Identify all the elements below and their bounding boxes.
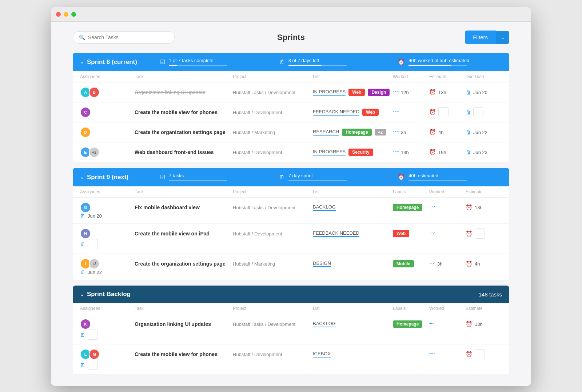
project-name: Hubstaff / Marketing (233, 261, 313, 267)
backlog-table-header: Assignees Task Project List Labels Worke… (73, 303, 509, 314)
wave-icon: 〰 (429, 230, 435, 237)
wave-icon: 〰 (393, 109, 399, 116)
project-name: Hubstaff / Development (233, 352, 313, 357)
calendar-icon: 🗓 (279, 59, 285, 65)
assignees-cell: K (80, 319, 135, 330)
worked-cell: 〰 3h (393, 129, 429, 136)
sprint8-bar2 (288, 65, 347, 66)
project-name: Hubstaff / Marketing (233, 130, 313, 135)
list-name: RESEARCH (313, 129, 339, 136)
backlog-chevron[interactable]: ⌄ (80, 292, 84, 297)
estimate-value: 4h (475, 261, 480, 267)
assignees-cell: I +3 (80, 258, 135, 269)
backlog-header: ⌄ Sprint Backlog 148 tasks (73, 286, 509, 303)
calendar-icon: 🗓 (80, 241, 85, 247)
sprint8-bar2-fill (288, 65, 322, 66)
filters-area: Filters ⌄ (465, 31, 509, 44)
project-name: Hubstaff Tasks / Development (233, 205, 313, 210)
label-tag[interactable]: Web (393, 230, 409, 237)
calendar-icon: 🗓 (466, 129, 471, 136)
avatar: C (80, 107, 91, 118)
labels-cell: Mobile (393, 260, 429, 267)
list-name: IN PROGRESS (313, 149, 346, 155)
task-name[interactable]: Create the organization settings page (135, 261, 233, 267)
backlog-table: Assignees Task Project List Labels Worke… (73, 303, 509, 374)
estimate-value: 4h (438, 130, 443, 135)
search-box[interactable]: 🔍 (73, 31, 175, 44)
empty-estimate (438, 107, 449, 117)
sprint9-chevron[interactable]: ⌄ (80, 174, 84, 180)
estimate-cell: ⏰ 13h (466, 204, 502, 211)
sprint8-chevron[interactable]: ⌄ (80, 59, 84, 65)
task-name[interactable]: Organization linking UI updates (135, 321, 233, 327)
task-name[interactable]: Organization linking UI updates (135, 89, 233, 95)
list-cell: DESIGN (313, 260, 393, 267)
task-name[interactable]: Create the organization settings page (135, 129, 233, 135)
due-cell: 🗓 (80, 330, 135, 340)
clock-icon: ⏰ (429, 89, 436, 96)
wave-icon: 〰 (429, 260, 435, 267)
labels-cell: Homepage (393, 320, 429, 328)
estimate-cell: ⏰ (466, 229, 502, 239)
empty-due (88, 330, 98, 340)
wave-icon: 〰 (393, 129, 399, 136)
sprint8-header: ⌄ Sprint 8 (current) ☑ 1 of 7 tasks comp… (73, 53, 509, 71)
worked-cell: 〰 (429, 204, 466, 211)
labels-cell: Web (393, 230, 429, 237)
list-name: DESIGN (313, 260, 331, 267)
due-value: Jun 22 (473, 130, 487, 135)
list-name: FEEDBACK NEEDED (313, 109, 359, 116)
task-name[interactable]: Create the mobile view for phones (135, 109, 233, 115)
avatar: D (80, 127, 91, 138)
label-tag[interactable]: +2 (375, 129, 387, 136)
clock-icon: ⏰ (429, 109, 436, 116)
list-name: ICEBOX (313, 351, 331, 357)
minimize-button[interactable] (64, 12, 68, 17)
filters-chevron-button[interactable]: ⌄ (496, 31, 509, 44)
label-tag[interactable]: Security (348, 149, 373, 156)
list-cell: IN PROGRESS Security (313, 149, 393, 156)
backlog-title: ⌄ Sprint Backlog (80, 291, 146, 298)
due-value: Jun 22 (88, 270, 102, 275)
task-name[interactable]: Web dashboard front-end issues (135, 149, 233, 155)
label-tag[interactable]: Design (368, 89, 390, 96)
list-name: IN PROGRESS (313, 89, 346, 96)
list-name: BACKLOG (313, 204, 336, 211)
avatar: +3 (89, 258, 100, 269)
close-button[interactable] (56, 12, 61, 17)
table-row: A B Organization linking UI updates Hubs… (73, 82, 509, 102)
sprint9-table-header: Assignees Task Project List Labels Worke… (73, 186, 509, 198)
due-value: Jun 20 (473, 90, 487, 95)
calendar-icon: 🗓 (279, 174, 285, 181)
check-icon: ☑ (160, 174, 165, 181)
sprint8-bar1-fill (169, 65, 177, 66)
avatar: H (80, 228, 91, 239)
list-cell: BACKLOG (313, 204, 393, 211)
avatar: +2 (89, 147, 100, 158)
search-input[interactable] (88, 35, 168, 40)
table-row: K Organization linking UI updates Hubsta… (73, 314, 509, 344)
label-tag[interactable]: Homepage (393, 320, 422, 328)
label-tag[interactable]: Web (348, 89, 365, 96)
calendar-icon: 🗓 (466, 109, 471, 116)
maximize-button[interactable] (71, 12, 76, 17)
filters-button[interactable]: Filters (465, 31, 496, 44)
label-tag[interactable]: Web (362, 109, 379, 116)
sprint8-title: ⌄ Sprint 8 (current) (80, 58, 146, 66)
calendar-icon: 🗓 (466, 149, 471, 155)
task-name[interactable]: Create the mobile view for phones (135, 351, 233, 357)
clock-icon: ⏰ (398, 174, 405, 181)
label-tag[interactable]: Homepage (393, 204, 422, 211)
clock-icon: ⏰ (429, 149, 436, 155)
avatar: B (89, 87, 100, 98)
label-tag[interactable]: Homepage (342, 129, 371, 136)
wave-icon: 〰 (429, 204, 435, 211)
task-name[interactable]: Fix mobile dashboard view (135, 205, 233, 210)
label-tag[interactable]: Mobile (393, 260, 414, 267)
worked-cell: 〰 3h (429, 260, 466, 267)
estimate-value: 19h (438, 150, 446, 155)
task-name[interactable]: Create the mobile view on iPad (135, 231, 233, 237)
worked-cell: 〰 12h (393, 89, 429, 96)
assignees-cell: G (80, 202, 135, 213)
table-row: G Fix mobile dashboard view Hubstaff Tas… (73, 198, 509, 224)
